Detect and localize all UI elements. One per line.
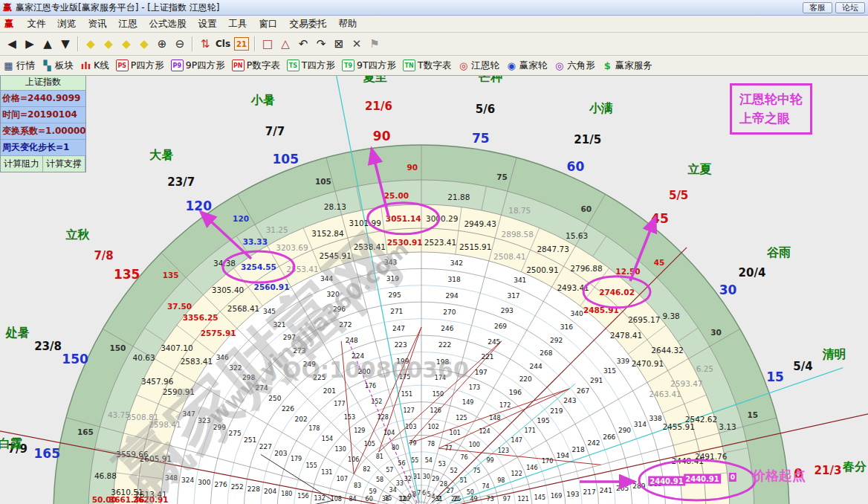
gann-wheel-icon: ◎ [458,60,469,71]
p-square-icon: PS [116,59,129,71]
zoom-out-icon[interactable]: ⊖ [171,36,189,52]
ribbon-item-gann-wheel[interactable]: ◎江恩轮 [458,59,499,72]
calendar-21-icon[interactable]: 21 [234,37,249,51]
price-origin-cell: 2440.91 [684,474,721,484]
panel-value-row: 时间=20190104 [1,107,85,123]
winner-service-icon: $ [602,60,613,71]
ribbon-label: T数字表 [418,59,451,72]
9t-square-icon: T9 [342,59,354,71]
annotation-box: 江恩轮中轮上帝之眼 [730,83,812,135]
ribbon-item-p-square[interactable]: PSP四方形 [116,59,164,72]
menu-logo-icon: 赢 [4,18,14,30]
index-info-panel: 上证指数 价格=2440.9099时间=20190104变换系数=1.00000… [0,74,86,172]
title-bar: 赢 赢家江恩专业版[赢家服务平台] - [上证指数 江恩轮] 客服论坛 [0,0,868,16]
diamond-up-icon[interactable]: ◆ [117,36,135,52]
t-square-icon: TS [287,59,299,71]
calc-resistance-button[interactable]: 计算阻力 [1,156,43,172]
calc-support-button[interactable]: 计算支撑 [43,156,85,172]
rotate-ccw-icon[interactable]: ↶ [294,36,312,52]
ribbon-item-winner-service[interactable]: $赢家服务 [602,59,652,72]
nav-forward-icon[interactable]: ▶ [21,36,39,52]
support-button[interactable]: 客服 [803,2,832,13]
menu-item-窗口[interactable]: 窗口 [253,16,284,32]
triangle-tool-icon[interactable]: △ [276,36,294,52]
price-origin-cell: 2440.91 [648,476,685,486]
toolbar-separator [77,36,79,51]
ribbon-item-t-table[interactable]: TNT数字表 [403,59,451,72]
kline-icon: ılı [80,60,91,71]
annotation-box-line: 江恩轮中轮 [739,90,803,109]
hexagon-icon: ◎ [554,60,565,71]
menu-item-工具[interactable]: 工具 [223,16,253,32]
ribbon-item-quotes[interactable]: ▦行情 [3,59,35,72]
menu-item-浏览[interactable]: 浏览 [52,16,82,32]
panel-rows: 价格=2440.9099时间=20190104变换系数=1.00000周天变化步… [1,91,85,156]
ribbon-label: T四方形 [302,59,335,72]
ribbon-item-9p-square[interactable]: P99P四方形 [171,59,225,72]
title-buttons: 客服论坛 [803,2,868,13]
zoom-in-icon[interactable]: ⊕ [153,36,171,52]
panel-buttons: 计算阻力计算支撑 [1,156,85,172]
ribbon-label: P数字表 [247,59,280,72]
menu-item-帮助[interactable]: 帮助 [333,16,363,32]
app-window: 015304560759010512013515016521/35/420/45… [0,0,868,504]
window-title: 赢家江恩专业版[赢家服务平台] - [上证指数 江恩轮] [16,1,803,14]
diamond-right-icon[interactable]: ◆ [100,36,117,52]
forum-button[interactable]: 论坛 [835,2,865,13]
tools-ribbon: ▦行情▚板块ılıK线PSP四方形P99P四方形PNP数字表TST四方形T99T… [0,56,868,76]
p-table-icon: PN [232,59,244,71]
ribbon-item-kline[interactable]: ılıK线 [80,59,109,72]
ribbon-label: 六角形 [567,59,595,72]
cls-button[interactable]: Cls [214,36,232,52]
ribbon-label: K线 [94,59,109,72]
rotate-cw-icon[interactable]: ↷ [312,36,330,52]
ribbon-item-winner-wheel[interactable]: ◉赢家轮 [506,59,548,72]
ribbon-label: 赢家轮 [519,59,548,72]
price-origin-label: 价格起点 [752,467,806,485]
ribbon-label: 江恩轮 [471,59,499,72]
ribbon-label: 9T四方形 [357,59,396,72]
ribbon-label: 赢家服务 [615,59,652,72]
diamond-down-icon[interactable]: ◆ [135,36,153,52]
t-table-icon: TN [403,59,415,71]
toolbar-separator [254,36,256,51]
menu-item-江恩[interactable]: 江恩 [113,16,143,32]
panel-value-row: 变换系数=1.00000 [1,123,85,140]
panel-value-row: 周天变化步长=1 [1,140,85,156]
menu-item-设置[interactable]: 设置 [192,16,223,32]
menu-item-资讯[interactable]: 资讯 [82,16,113,32]
ribbon-item-hexagon[interactable]: ◎六角形 [554,59,595,72]
9p-square-icon: P9 [171,59,184,71]
annotation-box-line: 上帝之眼 [739,109,803,129]
pin-icon[interactable]: ⚑ [366,36,383,52]
menu-item-文件[interactable]: 文件 [22,16,52,32]
toolbar-separator [192,36,193,51]
ribbon-item-sectors[interactable]: ▚板块 [42,59,74,72]
main-toolbar: ◀▶▲▼◆◆◆◆⊕⊖⇅Cls21□△↶↷⊠✕⚑ [0,33,868,56]
winner-wheel-icon: ◉ [506,60,517,71]
ribbon-label: P四方形 [131,59,164,72]
menu-item-公式选股[interactable]: 公式选股 [143,16,192,32]
square-tool-icon[interactable]: □ [259,36,276,52]
panel-title: 上证指数 [1,74,85,91]
boxed-x-icon[interactable]: ⊠ [330,36,348,52]
menu-bar: 赢 文件浏览资讯江恩公式选股设置工具窗口交易委托帮助 [0,16,868,33]
ribbon-item-t-square[interactable]: TST四方形 [287,59,335,72]
panel-value-row: 价格=2440.9099 [1,91,85,107]
window-chrome: 赢 赢家江恩专业版[赢家服务平台] - [上证指数 江恩轮] 客服论坛 赢 文件… [0,0,868,76]
nav-down-icon[interactable]: ▼ [56,36,74,52]
price-origin-cell: 0 [729,473,736,482]
menu-item-交易委托[interactable]: 交易委托 [284,16,333,32]
ribbon-label: 9P四方形 [186,59,225,72]
nav-up-icon[interactable]: ▲ [39,36,56,52]
ribbon-label: 行情 [16,59,35,72]
ribbon-label: 板块 [55,59,74,72]
updown-arrows-icon[interactable]: ⇅ [196,36,214,52]
diamond-left-icon[interactable]: ◆ [82,36,100,52]
nav-back-icon[interactable]: ◀ [3,36,21,52]
ribbon-item-9t-square[interactable]: T99T四方形 [342,59,396,72]
app-logo-icon: 赢 [3,1,12,14]
quotes-icon: ▦ [3,60,14,71]
center-mark-icon[interactable]: ✕ [348,36,366,52]
ribbon-item-p-table[interactable]: PNP数字表 [232,59,280,72]
